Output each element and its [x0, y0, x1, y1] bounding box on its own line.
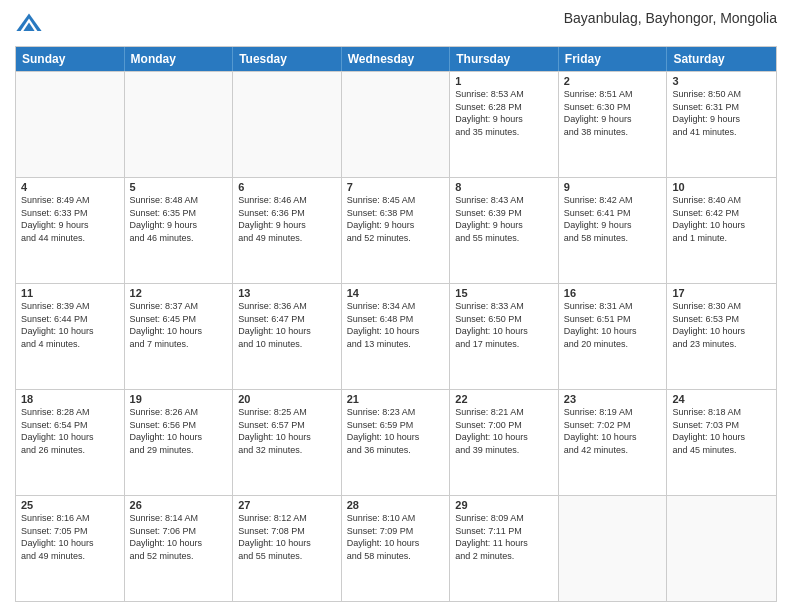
day-number: 11: [21, 287, 119, 299]
header-cell-wednesday: Wednesday: [342, 47, 451, 71]
day-number: 23: [564, 393, 662, 405]
calendar-cell: 5Sunrise: 8:48 AM Sunset: 6:35 PM Daylig…: [125, 178, 234, 283]
day-number: 2: [564, 75, 662, 87]
day-number: 5: [130, 181, 228, 193]
calendar-cell: 22Sunrise: 8:21 AM Sunset: 7:00 PM Dayli…: [450, 390, 559, 495]
header-cell-tuesday: Tuesday: [233, 47, 342, 71]
cell-info: Sunrise: 8:36 AM Sunset: 6:47 PM Dayligh…: [238, 300, 336, 350]
calendar-cell: 3Sunrise: 8:50 AM Sunset: 6:31 PM Daylig…: [667, 72, 776, 177]
cell-info: Sunrise: 8:26 AM Sunset: 6:56 PM Dayligh…: [130, 406, 228, 456]
cell-info: Sunrise: 8:19 AM Sunset: 7:02 PM Dayligh…: [564, 406, 662, 456]
location: Bayanbulag, Bayhongor, Mongolia: [564, 10, 777, 26]
calendar: SundayMondayTuesdayWednesdayThursdayFrid…: [15, 46, 777, 602]
calendar-cell: [667, 496, 776, 601]
logo-icon: [15, 10, 43, 38]
calendar-cell: 10Sunrise: 8:40 AM Sunset: 6:42 PM Dayli…: [667, 178, 776, 283]
calendar-cell: [125, 72, 234, 177]
cell-info: Sunrise: 8:53 AM Sunset: 6:28 PM Dayligh…: [455, 88, 553, 138]
calendar-cell: 23Sunrise: 8:19 AM Sunset: 7:02 PM Dayli…: [559, 390, 668, 495]
calendar-cell: 17Sunrise: 8:30 AM Sunset: 6:53 PM Dayli…: [667, 284, 776, 389]
day-number: 8: [455, 181, 553, 193]
cell-info: Sunrise: 8:37 AM Sunset: 6:45 PM Dayligh…: [130, 300, 228, 350]
calendar-cell: 28Sunrise: 8:10 AM Sunset: 7:09 PM Dayli…: [342, 496, 451, 601]
day-number: 4: [21, 181, 119, 193]
logo: [15, 10, 47, 38]
cell-info: Sunrise: 8:34 AM Sunset: 6:48 PM Dayligh…: [347, 300, 445, 350]
calendar-cell: 12Sunrise: 8:37 AM Sunset: 6:45 PM Dayli…: [125, 284, 234, 389]
day-number: 13: [238, 287, 336, 299]
cell-info: Sunrise: 8:46 AM Sunset: 6:36 PM Dayligh…: [238, 194, 336, 244]
cell-info: Sunrise: 8:30 AM Sunset: 6:53 PM Dayligh…: [672, 300, 771, 350]
cell-info: Sunrise: 8:40 AM Sunset: 6:42 PM Dayligh…: [672, 194, 771, 244]
calendar-cell: 26Sunrise: 8:14 AM Sunset: 7:06 PM Dayli…: [125, 496, 234, 601]
calendar-cell: [233, 72, 342, 177]
header-cell-thursday: Thursday: [450, 47, 559, 71]
calendar-row-3: 18Sunrise: 8:28 AM Sunset: 6:54 PM Dayli…: [16, 389, 776, 495]
cell-info: Sunrise: 8:45 AM Sunset: 6:38 PM Dayligh…: [347, 194, 445, 244]
calendar-cell: 29Sunrise: 8:09 AM Sunset: 7:11 PM Dayli…: [450, 496, 559, 601]
calendar-row-0: 1Sunrise: 8:53 AM Sunset: 6:28 PM Daylig…: [16, 71, 776, 177]
day-number: 20: [238, 393, 336, 405]
day-number: 27: [238, 499, 336, 511]
calendar-cell: 6Sunrise: 8:46 AM Sunset: 6:36 PM Daylig…: [233, 178, 342, 283]
calendar-cell: 13Sunrise: 8:36 AM Sunset: 6:47 PM Dayli…: [233, 284, 342, 389]
calendar-cell: [16, 72, 125, 177]
day-number: 19: [130, 393, 228, 405]
cell-info: Sunrise: 8:33 AM Sunset: 6:50 PM Dayligh…: [455, 300, 553, 350]
day-number: 1: [455, 75, 553, 87]
cell-info: Sunrise: 8:39 AM Sunset: 6:44 PM Dayligh…: [21, 300, 119, 350]
calendar-row-4: 25Sunrise: 8:16 AM Sunset: 7:05 PM Dayli…: [16, 495, 776, 601]
calendar-cell: 19Sunrise: 8:26 AM Sunset: 6:56 PM Dayli…: [125, 390, 234, 495]
day-number: 12: [130, 287, 228, 299]
calendar-cell: 8Sunrise: 8:43 AM Sunset: 6:39 PM Daylig…: [450, 178, 559, 283]
cell-info: Sunrise: 8:28 AM Sunset: 6:54 PM Dayligh…: [21, 406, 119, 456]
calendar-body: 1Sunrise: 8:53 AM Sunset: 6:28 PM Daylig…: [16, 71, 776, 601]
calendar-cell: 4Sunrise: 8:49 AM Sunset: 6:33 PM Daylig…: [16, 178, 125, 283]
day-number: 18: [21, 393, 119, 405]
cell-info: Sunrise: 8:48 AM Sunset: 6:35 PM Dayligh…: [130, 194, 228, 244]
header-cell-saturday: Saturday: [667, 47, 776, 71]
day-number: 24: [672, 393, 771, 405]
calendar-cell: 21Sunrise: 8:23 AM Sunset: 6:59 PM Dayli…: [342, 390, 451, 495]
calendar-cell: 11Sunrise: 8:39 AM Sunset: 6:44 PM Dayli…: [16, 284, 125, 389]
day-number: 21: [347, 393, 445, 405]
header-cell-friday: Friday: [559, 47, 668, 71]
calendar-cell: 9Sunrise: 8:42 AM Sunset: 6:41 PM Daylig…: [559, 178, 668, 283]
calendar-cell: 7Sunrise: 8:45 AM Sunset: 6:38 PM Daylig…: [342, 178, 451, 283]
calendar-cell: 15Sunrise: 8:33 AM Sunset: 6:50 PM Dayli…: [450, 284, 559, 389]
cell-info: Sunrise: 8:43 AM Sunset: 6:39 PM Dayligh…: [455, 194, 553, 244]
day-number: 14: [347, 287, 445, 299]
day-number: 25: [21, 499, 119, 511]
day-number: 3: [672, 75, 771, 87]
header-cell-sunday: Sunday: [16, 47, 125, 71]
day-number: 15: [455, 287, 553, 299]
calendar-cell: [342, 72, 451, 177]
cell-info: Sunrise: 8:49 AM Sunset: 6:33 PM Dayligh…: [21, 194, 119, 244]
calendar-cell: 2Sunrise: 8:51 AM Sunset: 6:30 PM Daylig…: [559, 72, 668, 177]
cell-info: Sunrise: 8:14 AM Sunset: 7:06 PM Dayligh…: [130, 512, 228, 562]
day-number: 28: [347, 499, 445, 511]
day-number: 26: [130, 499, 228, 511]
cell-info: Sunrise: 8:31 AM Sunset: 6:51 PM Dayligh…: [564, 300, 662, 350]
calendar-cell: [559, 496, 668, 601]
cell-info: Sunrise: 8:18 AM Sunset: 7:03 PM Dayligh…: [672, 406, 771, 456]
calendar-cell: 24Sunrise: 8:18 AM Sunset: 7:03 PM Dayli…: [667, 390, 776, 495]
calendar-row-2: 11Sunrise: 8:39 AM Sunset: 6:44 PM Dayli…: [16, 283, 776, 389]
calendar-cell: 18Sunrise: 8:28 AM Sunset: 6:54 PM Dayli…: [16, 390, 125, 495]
day-number: 22: [455, 393, 553, 405]
day-number: 10: [672, 181, 771, 193]
day-number: 17: [672, 287, 771, 299]
calendar-cell: 20Sunrise: 8:25 AM Sunset: 6:57 PM Dayli…: [233, 390, 342, 495]
header-right: Bayanbulag, Bayhongor, Mongolia: [564, 10, 777, 26]
header: Bayanbulag, Bayhongor, Mongolia: [15, 10, 777, 38]
day-number: 9: [564, 181, 662, 193]
calendar-cell: 14Sunrise: 8:34 AM Sunset: 6:48 PM Dayli…: [342, 284, 451, 389]
day-number: 16: [564, 287, 662, 299]
calendar-row-1: 4Sunrise: 8:49 AM Sunset: 6:33 PM Daylig…: [16, 177, 776, 283]
cell-info: Sunrise: 8:09 AM Sunset: 7:11 PM Dayligh…: [455, 512, 553, 562]
cell-info: Sunrise: 8:25 AM Sunset: 6:57 PM Dayligh…: [238, 406, 336, 456]
calendar-cell: 1Sunrise: 8:53 AM Sunset: 6:28 PM Daylig…: [450, 72, 559, 177]
cell-info: Sunrise: 8:51 AM Sunset: 6:30 PM Dayligh…: [564, 88, 662, 138]
day-number: 29: [455, 499, 553, 511]
header-cell-monday: Monday: [125, 47, 234, 71]
